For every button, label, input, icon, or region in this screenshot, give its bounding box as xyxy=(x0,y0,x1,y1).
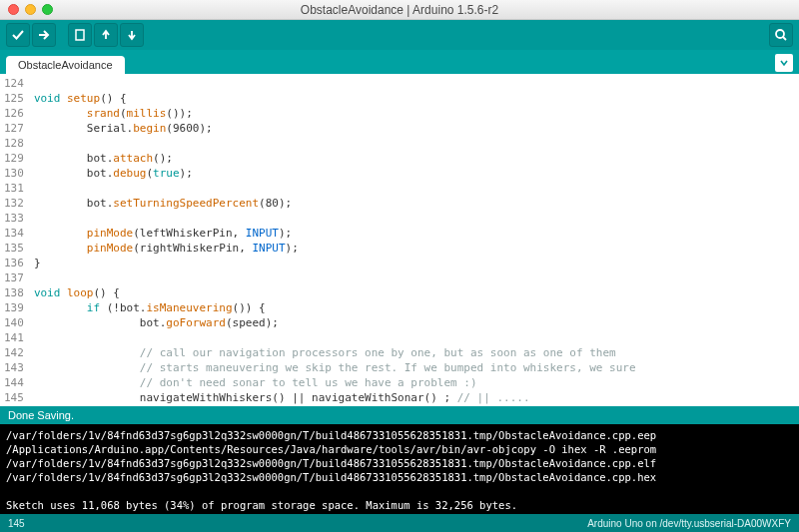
arrow-up-icon xyxy=(100,29,112,41)
line-gutter: 1241251261271281291301311321331341351361… xyxy=(0,74,30,406)
new-button[interactable] xyxy=(68,23,92,47)
zoom-icon[interactable] xyxy=(42,4,53,15)
toolbar xyxy=(0,20,799,50)
code-area[interactable]: void setup() { srand(millis()); Serial.b… xyxy=(30,74,636,406)
traffic-lights xyxy=(0,4,53,15)
status-bar: Done Saving. xyxy=(0,406,799,424)
tab-active[interactable]: ObstacleAvoidance xyxy=(6,56,125,74)
tab-menu-button[interactable] xyxy=(775,54,793,72)
save-button[interactable] xyxy=(120,23,144,47)
verify-button[interactable] xyxy=(6,23,30,47)
code-editor[interactable]: 1241251261271281291301311321331341351361… xyxy=(0,74,799,406)
arrow-down-icon xyxy=(126,29,138,41)
window-title: ObstacleAvoidance | Arduino 1.5.6-r2 xyxy=(0,3,799,17)
minimize-icon[interactable] xyxy=(25,4,36,15)
svg-point-1 xyxy=(776,30,784,38)
footer-bar: 145 Arduino Uno on /dev/tty.usbserial-DA… xyxy=(0,514,799,532)
upload-button[interactable] xyxy=(32,23,56,47)
close-icon[interactable] xyxy=(8,4,19,15)
tab-bar: ObstacleAvoidance xyxy=(0,50,799,74)
window-titlebar: ObstacleAvoidance | Arduino 1.5.6-r2 xyxy=(0,0,799,20)
board-port-label: Arduino Uno on /dev/tty.usbserial-DA00WX… xyxy=(587,518,791,529)
check-icon xyxy=(11,28,25,42)
cursor-line: 145 xyxy=(8,518,25,529)
open-button[interactable] xyxy=(94,23,118,47)
build-console[interactable]: /var/folders/1v/84fnd63d37sg6gp3l2q332sw… xyxy=(0,424,799,514)
magnifier-icon xyxy=(774,28,788,42)
chevron-down-icon xyxy=(779,58,789,68)
file-icon xyxy=(74,29,86,41)
arrow-right-icon xyxy=(37,28,51,42)
svg-rect-0 xyxy=(76,30,84,40)
serial-monitor-button[interactable] xyxy=(769,23,793,47)
